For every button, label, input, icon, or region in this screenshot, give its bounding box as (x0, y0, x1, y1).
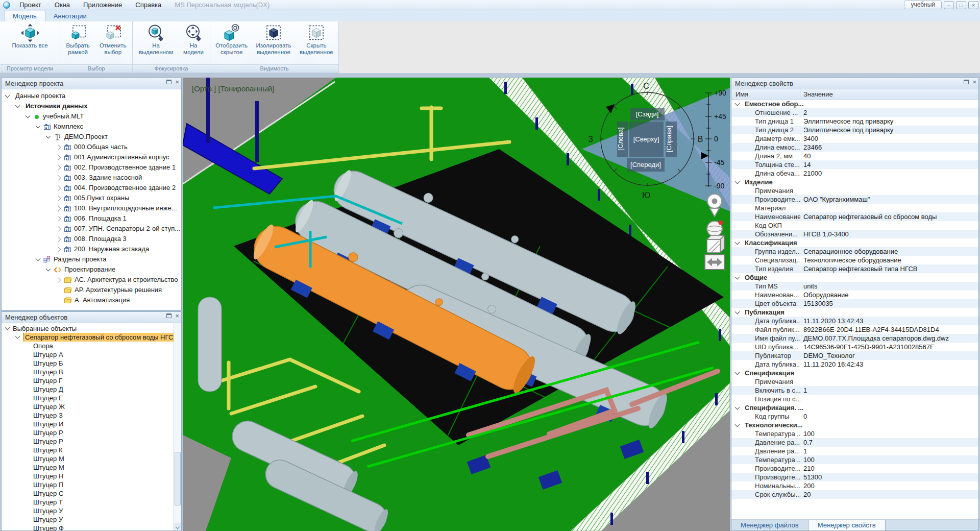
object-row[interactable]: Штуцер Н (2, 472, 174, 480)
property-row[interactable]: Тип днища 2Эллиптическое под приварку (731, 126, 978, 134)
viewport-3d[interactable]: [Сзади] [Сверху] [Слева] [Справа] [Спере… (183, 78, 730, 531)
property-row[interactable]: Цвет объекта15130035 (731, 299, 978, 308)
property-row[interactable]: Примечания (731, 377, 978, 386)
object-row[interactable]: Штуцер М (2, 463, 174, 472)
tree-row[interactable]: Данные проекта (2, 91, 181, 101)
menu-item-2[interactable]: Приложение (83, 1, 122, 9)
chevron-down-icon[interactable] (46, 266, 51, 271)
property-row[interactable]: Тип MSunits (731, 282, 978, 291)
menu-item-1[interactable]: Окна (55, 1, 70, 9)
tree-row[interactable]: Источники данных (2, 101, 181, 111)
property-row[interactable]: Позиция по с... (731, 395, 978, 403)
tree-row[interactable]: 002. Производственное здание 1 (2, 162, 181, 173)
tree-row[interactable]: ДЕМО.Проект (2, 132, 181, 142)
chevron-right-icon[interactable] (56, 247, 61, 252)
ribbon-tab-0[interactable]: Модель (4, 11, 45, 21)
property-row[interactable]: Температура ...100 (731, 429, 978, 438)
property-group-row[interactable]: Емкостное обор... (731, 100, 978, 108)
property-group-row[interactable]: Публикация (731, 308, 978, 317)
chevron-down-icon[interactable] (5, 325, 10, 330)
property-row[interactable]: Тип изделияСепаратор нефтегазовый типа Н… (731, 264, 978, 273)
object-row[interactable]: Штуцер Т (2, 498, 174, 506)
property-row[interactable]: Специализац...Технологическое оборудован… (731, 256, 978, 264)
chevron-down-icon[interactable] (15, 334, 20, 339)
column-name[interactable]: Имя (731, 89, 800, 99)
chevron-right-icon[interactable] (56, 206, 61, 211)
viewport-scene[interactable]: [Сзади] [Сверху] [Слева] [Справа] [Спере… (183, 78, 730, 531)
property-row[interactable]: Производите...51300 (731, 473, 978, 481)
property-group-row[interactable]: Общие (731, 273, 978, 282)
tree-row[interactable]: 007. УПН. Сепараторы 2-ой ступ... (2, 224, 181, 234)
minimize-button[interactable]: – (944, 1, 954, 9)
object-row[interactable]: Штуцер К (2, 446, 174, 454)
chevron-down-icon[interactable] (46, 133, 51, 138)
chevron-right-icon[interactable] (56, 196, 61, 201)
property-row[interactable]: Срок службы...20 (731, 490, 978, 499)
object-row[interactable]: Штуцер П (2, 480, 174, 489)
tree-row[interactable]: 005.Пункт охраны (2, 193, 181, 203)
ribbon-button[interactable]: Показать все (9, 22, 50, 64)
tree-row[interactable]: 001.Административный корпус (2, 152, 181, 162)
close-icon[interactable]: × (175, 80, 179, 84)
property-row[interactable]: Группа издел...Сепарационное оборудовани… (731, 247, 978, 256)
property-row[interactable]: ПубликаторDEMO_Технолог (731, 351, 978, 360)
view-cube-icon[interactable] (707, 235, 724, 253)
property-group-row[interactable]: Классификация (731, 238, 978, 247)
property-group-row[interactable]: Технологически... (731, 421, 978, 429)
ribbon-button[interactable]: Выбратьрамкой (64, 22, 92, 64)
ribbon-button[interactable]: Изолироватьвыделенное (254, 22, 294, 64)
tree-row[interactable]: 004. Производственное здание 2 (2, 183, 181, 193)
property-row[interactable]: Давление ра...0.7 (731, 438, 978, 447)
tree-row[interactable]: учебный.MLT (2, 111, 181, 122)
property-row[interactable]: Отношение ...2 (731, 108, 978, 117)
chevron-right-icon[interactable] (56, 277, 61, 282)
chevron-down-icon[interactable] (15, 103, 20, 108)
property-row[interactable]: Тип днища 1Эллиптическое под приварку (731, 117, 978, 126)
property-row[interactable]: Толщина сте...14 (731, 160, 978, 169)
chevron-right-icon[interactable] (56, 165, 61, 170)
object-row[interactable]: Штуцер Р (2, 437, 174, 446)
menu-item-3[interactable]: Справка (135, 1, 161, 9)
object-row[interactable]: Штуцер С (2, 489, 174, 498)
ribbon-button[interactable]: Отменитьвыбор (97, 22, 129, 64)
close-button[interactable]: × (968, 1, 978, 9)
object-row[interactable]: Штуцер М (2, 454, 174, 463)
ribbon-button[interactable]: Скрытьвыделенное (297, 22, 336, 64)
property-row[interactable]: Производите...ОАО "Курганхиммаш" (731, 195, 978, 204)
property-row[interactable]: Длина 2, мм40 (731, 152, 978, 160)
tree-row[interactable]: 006. Площадка 1 (2, 213, 181, 224)
object-row[interactable]: Сепаратор нефтегазовый со сбросом воды Н… (2, 333, 174, 342)
property-row[interactable]: Диаметр емк...3400 (731, 134, 978, 143)
profile-button[interactable]: учебный (904, 1, 942, 9)
property-group-row[interactable]: Изделие (731, 178, 978, 186)
chevron-down-icon[interactable] (5, 92, 10, 98)
object-row[interactable]: Штуцер В (2, 368, 174, 376)
object-row[interactable]: Штуцер А (2, 350, 174, 359)
tree-row[interactable]: 000.Общая часть (2, 142, 181, 152)
property-row[interactable]: Длина емкос...23466 (731, 143, 978, 152)
tree-row[interactable]: 100. Внутриплощадочные инже... (2, 203, 181, 213)
property-row[interactable]: Имя файл пу...ДЕМО.007.ТХ.Площадка сепар… (731, 334, 978, 343)
object-list-scrollbar[interactable] (174, 323, 181, 530)
float-panel-icon[interactable] (166, 80, 172, 84)
object-row[interactable]: Штуцер З (2, 411, 174, 420)
chevron-right-icon[interactable] (56, 216, 61, 221)
float-panel-icon[interactable] (166, 313, 172, 318)
property-row[interactable]: Дата публика...11.11.2020 13:42:43 (731, 317, 978, 325)
ribbon-button[interactable]: Отобразитьскрытое (213, 22, 250, 64)
tree-row[interactable]: АР. Архитектурные решения (2, 285, 181, 295)
property-row[interactable]: Файл публик...8922B66E-20D4-11EB-A2F4-34… (731, 325, 978, 334)
property-row[interactable]: Наименован...Оборудование (731, 291, 978, 299)
property-row[interactable]: Давление ра...1 (731, 447, 978, 455)
property-row[interactable]: Код ОКП (731, 221, 978, 230)
menu-item-0[interactable]: Проект (19, 1, 41, 9)
close-icon[interactable]: × (175, 313, 179, 318)
chevron-down-icon[interactable] (36, 123, 41, 128)
property-row[interactable]: Длина обеча...21000 (731, 169, 978, 178)
property-group-row[interactable]: Спецификация (731, 369, 978, 377)
object-row[interactable]: Штуцер Е (2, 394, 174, 402)
property-row[interactable]: Производите...210 (731, 464, 978, 473)
tree-row[interactable]: 008. Площадка 3 (2, 234, 181, 244)
property-row[interactable]: НаименованиеСепаратор нефтегазовый со сб… (731, 212, 978, 221)
ribbon-button[interactable]: Намодели (181, 22, 206, 64)
